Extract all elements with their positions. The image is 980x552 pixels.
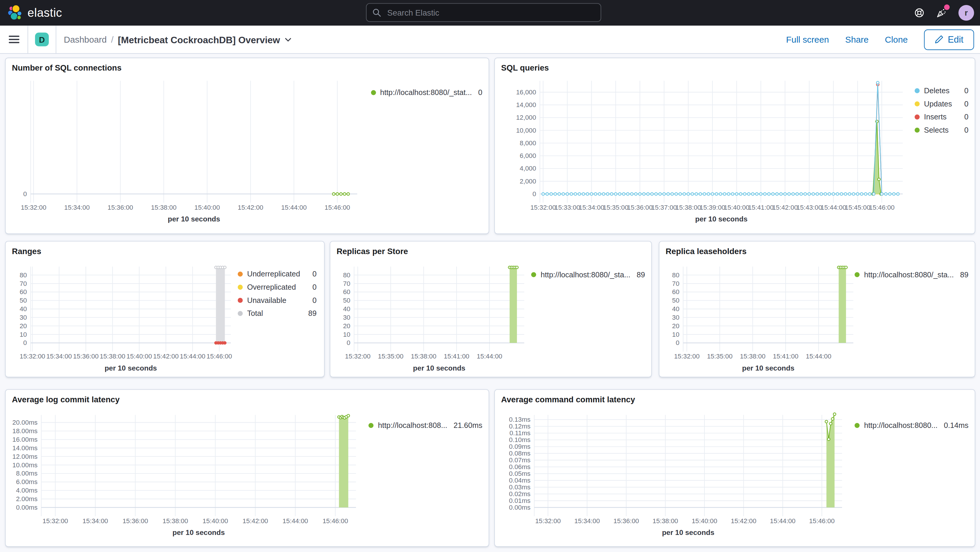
legend-item[interactable]: Underreplicated0 bbox=[238, 269, 317, 279]
svg-text:15:32:00: 15:32:00 bbox=[530, 204, 556, 211]
legend-item[interactable]: http://localhost:808...21.60ms bbox=[369, 421, 482, 430]
svg-text:80: 80 bbox=[672, 272, 679, 279]
svg-text:0: 0 bbox=[676, 339, 679, 347]
space-badge[interactable]: D bbox=[35, 33, 49, 46]
top-bar: elastic bbox=[0, 0, 980, 25]
dashboard-panel: 15:32:0015:34:0015:36:0015:38:0015:40:00… bbox=[5, 58, 489, 234]
svg-text:40: 40 bbox=[20, 305, 27, 313]
svg-text:15:36:00: 15:36:00 bbox=[613, 517, 639, 525]
svg-text:15:42:00: 15:42:00 bbox=[731, 517, 757, 525]
legend-item[interactable]: http://localhost:8080/_sta...89 bbox=[531, 270, 645, 279]
menu-button[interactable] bbox=[0, 25, 28, 54]
legend-item[interactable]: Selects0 bbox=[915, 125, 969, 135]
legend-label: http://localhost:8080/_sta... bbox=[541, 270, 630, 279]
chart-canvas[interactable]: 15:32:0015:35:0015:38:0015:41:0015:44:00… bbox=[330, 242, 652, 377]
legend-value: 89 bbox=[308, 309, 317, 318]
chart-canvas[interactable]: 15:32:0015:35:0015:38:0015:41:0015:44:00… bbox=[660, 242, 975, 377]
svg-text:15:44:00: 15:44:00 bbox=[770, 517, 795, 525]
help-button[interactable] bbox=[914, 8, 925, 18]
legend-item[interactable]: Total89 bbox=[238, 309, 317, 318]
svg-text:16.00ms: 16.00ms bbox=[12, 436, 38, 443]
legend-item[interactable]: Overreplicated0 bbox=[238, 282, 317, 292]
global-search[interactable] bbox=[366, 3, 601, 22]
search-input[interactable] bbox=[386, 7, 601, 17]
svg-text:12,000: 12,000 bbox=[516, 114, 536, 121]
svg-text:15:38:00: 15:38:00 bbox=[675, 204, 701, 211]
legend-item[interactable]: http://localhost:8080/_sta...89 bbox=[855, 270, 969, 279]
chevron-down-icon bbox=[284, 36, 291, 43]
legend-label: http://localhost:8080... bbox=[864, 421, 938, 430]
svg-text:0.13ms: 0.13ms bbox=[509, 416, 530, 423]
chart-legend: Deletes0Updates0Inserts0Selects0 bbox=[915, 86, 969, 138]
dashboard-panel: 15:32:0015:35:0015:38:0015:41:0015:44:00… bbox=[659, 241, 975, 377]
svg-text:0.06ms: 0.06ms bbox=[509, 463, 530, 471]
legend-label: Inserts bbox=[924, 113, 947, 121]
news-button[interactable] bbox=[936, 8, 947, 18]
legend-item[interactable]: Deletes0 bbox=[915, 86, 969, 95]
svg-text:15:46:00: 15:46:00 bbox=[207, 353, 232, 360]
series-log-commit-latency bbox=[339, 416, 348, 507]
svg-text:15:36:00: 15:36:00 bbox=[123, 517, 148, 525]
svg-text:15:42:00: 15:42:00 bbox=[243, 517, 268, 525]
svg-text:0.00ms: 0.00ms bbox=[16, 504, 37, 511]
legend-item[interactable]: http://localhost:8080...0.14ms bbox=[855, 421, 969, 430]
legend-item[interactable]: Inserts0 bbox=[915, 112, 969, 122]
legend-label: http://localhost:8080/_stat... bbox=[380, 88, 472, 97]
chart-legend: Underreplicated0Overreplicated0Unavailab… bbox=[238, 269, 317, 322]
svg-text:6.00ms: 6.00ms bbox=[16, 478, 37, 485]
dashboard-panel: 15:32:0015:34:0015:36:0015:38:0015:40:00… bbox=[5, 241, 325, 377]
full-screen-link[interactable]: Full screen bbox=[786, 34, 829, 45]
dashboard-title: [Metricbeat CockroachDB] Overview bbox=[118, 34, 280, 45]
elastic-logo-icon bbox=[6, 5, 23, 21]
legend-label: Deletes bbox=[924, 86, 950, 95]
breadcrumb-dashboard[interactable]: Dashboard bbox=[64, 34, 107, 45]
svg-text:15:36:00: 15:36:00 bbox=[627, 204, 653, 211]
svg-text:15:34:00: 15:34:00 bbox=[574, 517, 600, 525]
svg-text:4.00ms: 4.00ms bbox=[16, 487, 37, 494]
svg-text:10.00ms: 10.00ms bbox=[12, 461, 38, 469]
svg-text:14,000: 14,000 bbox=[516, 101, 536, 108]
user-avatar[interactable]: r bbox=[959, 5, 974, 21]
chart-canvas[interactable]: 15:32:0015:33:0015:34:0015:35:0015:36:00… bbox=[495, 58, 975, 234]
svg-text:15:32:00: 15:32:00 bbox=[21, 204, 46, 211]
legend-item[interactable]: Updates0 bbox=[915, 99, 969, 109]
breadcrumb-bar: D Dashboard / [Metricbeat CockroachDB] O… bbox=[0, 25, 980, 54]
legend-value: 0 bbox=[312, 296, 317, 305]
svg-text:15:40:00: 15:40:00 bbox=[194, 204, 220, 211]
legend-value: 89 bbox=[960, 270, 968, 279]
legend-value: 0 bbox=[964, 113, 968, 121]
svg-text:15:38:00: 15:38:00 bbox=[100, 353, 125, 360]
clone-link[interactable]: Clone bbox=[885, 34, 908, 45]
series-replicas bbox=[509, 267, 517, 343]
legend-color-dot bbox=[371, 90, 376, 95]
legend-item[interactable]: Unavailable0 bbox=[238, 295, 317, 305]
svg-text:0: 0 bbox=[347, 339, 350, 347]
svg-text:15:42:00: 15:42:00 bbox=[153, 353, 179, 360]
legend-label: Overreplicated bbox=[247, 283, 296, 292]
svg-text:15:43:00: 15:43:00 bbox=[797, 204, 822, 211]
chart-canvas[interactable]: 15:32:0015:34:0015:36:0015:38:0015:40:00… bbox=[495, 390, 975, 547]
legend-label: Updates bbox=[924, 99, 952, 108]
title-menu-button[interactable] bbox=[284, 36, 291, 43]
svg-text:15:44:00: 15:44:00 bbox=[806, 353, 831, 360]
legend-label: Unavailable bbox=[247, 296, 286, 305]
kibana-app: elastic bbox=[0, 0, 980, 552]
svg-text:15:40:00: 15:40:00 bbox=[692, 517, 717, 525]
svg-text:60: 60 bbox=[20, 288, 27, 296]
svg-text:0.01ms: 0.01ms bbox=[509, 497, 530, 504]
svg-text:70: 70 bbox=[672, 280, 679, 287]
share-link[interactable]: Share bbox=[845, 34, 869, 45]
svg-text:15:41:00: 15:41:00 bbox=[773, 353, 798, 360]
chart-canvas[interactable]: 15:32:0015:34:0015:36:0015:38:0015:40:00… bbox=[6, 390, 489, 547]
dashboard-panel: 15:32:0015:33:0015:34:0015:35:0015:36:00… bbox=[494, 58, 975, 234]
svg-text:30: 30 bbox=[672, 314, 679, 321]
svg-text:0.05ms: 0.05ms bbox=[509, 470, 530, 477]
svg-text:0: 0 bbox=[533, 190, 536, 197]
elastic-logo[interactable]: elastic bbox=[6, 5, 62, 21]
chart-legend: http://localhost:8080/_sta...89 bbox=[531, 270, 645, 282]
svg-text:2,000: 2,000 bbox=[520, 178, 536, 185]
legend-item[interactable]: http://localhost:8080/_stat...0 bbox=[371, 88, 482, 97]
chart-canvas[interactable]: 15:32:0015:34:0015:36:0015:38:0015:40:00… bbox=[6, 58, 489, 234]
legend-color-dot bbox=[238, 285, 243, 290]
edit-button[interactable]: Edit bbox=[924, 29, 974, 50]
